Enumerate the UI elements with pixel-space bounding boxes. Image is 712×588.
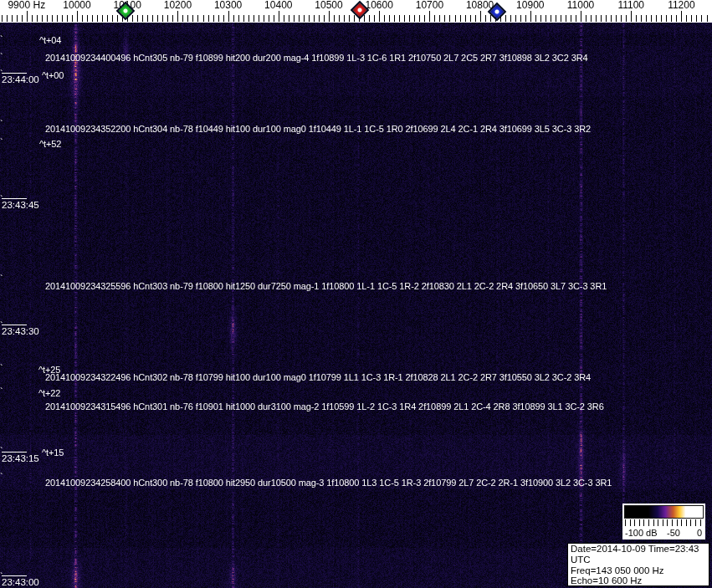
spectrogram-canvas <box>0 0 712 588</box>
freq-tick-label: 10700 <box>416 0 443 11</box>
legend-label-mid: -50 <box>667 528 680 538</box>
freq-tick-label: 9900 Hz <box>8 0 45 11</box>
legend-label-min: -100 dB <box>625 528 658 538</box>
freq-tick-label: 10200 <box>164 0 192 11</box>
info-receiver-freq: Freq=143 050 000 Hz <box>571 565 706 576</box>
info-date-time: Date=2014-10-09 Time=23:43 UTC <box>571 544 706 565</box>
legend-label-max: 0 <box>697 528 702 538</box>
freq-tick-label: 11200 <box>668 0 694 11</box>
info-echo-freq: Echo=10 600 Hz <box>571 575 706 586</box>
freq-tick-label: 10900 <box>516 0 544 11</box>
color-scale-legend: -100 dB -50 0 <box>622 504 705 539</box>
meteor-echo-spectrogram-app: 9900 Hz100001010010200103001040010500106… <box>0 0 712 588</box>
status-info-box: Date=2014-10-09 Time=23:43 UTC Freq=143 … <box>567 543 709 586</box>
freq-tick-label: 10000 <box>63 0 90 11</box>
colormap-gradient-bar <box>624 505 704 519</box>
freq-tick-label: 10500 <box>315 0 342 11</box>
freq-tick-label: 10300 <box>214 0 242 11</box>
colormap-tick-ruler <box>625 519 703 526</box>
freq-tick-label: 11000 <box>567 0 594 11</box>
freq-tick-label: 10400 <box>264 0 292 11</box>
freq-tick-label: 10600 <box>366 0 393 11</box>
freq-tick-label: 11100 <box>617 0 644 11</box>
colormap-labels: -100 dB -50 0 <box>623 526 704 538</box>
